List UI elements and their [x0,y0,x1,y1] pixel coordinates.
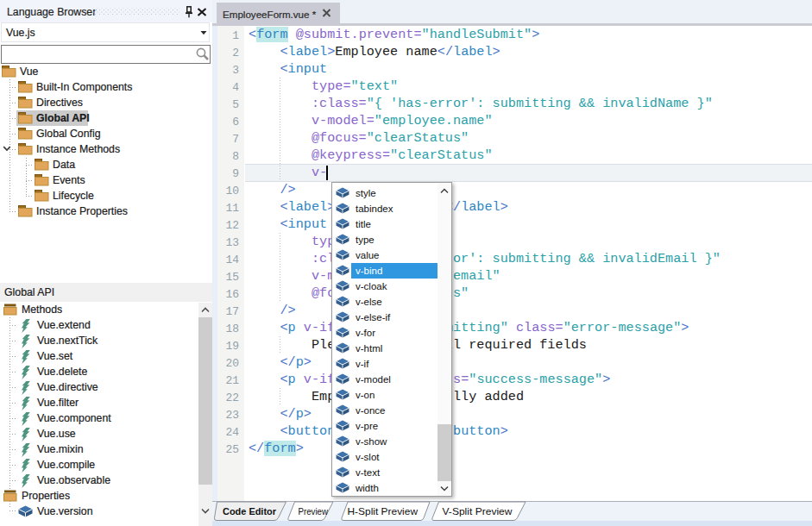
svg-text:Code Editor: Code Editor [223,506,277,517]
svg-text:H-Split Preview: H-Split Preview [348,506,419,517]
svg-text:Preview: Preview [299,506,329,517]
svg-text:V-Split Preview: V-Split Preview [443,506,513,517]
